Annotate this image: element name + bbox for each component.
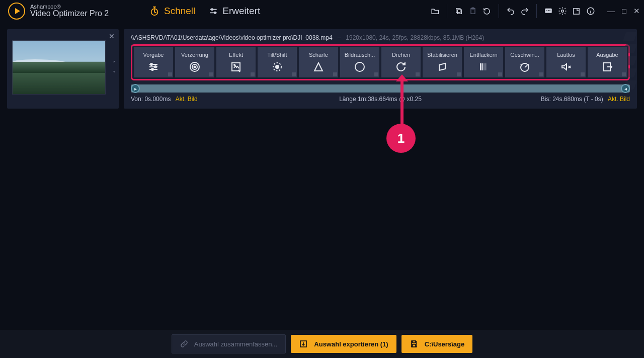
mode-fast-label: Schnell (164, 6, 195, 17)
maximize-button[interactable]: □ (622, 7, 626, 16)
length-label: Länge (339, 96, 356, 103)
effekt-icon (230, 61, 242, 73)
output-path-label: C:\Users\age (425, 340, 464, 348)
stabilisieren-icon (436, 61, 448, 73)
svg-rect-26 (482, 63, 483, 70)
thumbnail-close-icon[interactable]: ✕ (109, 32, 115, 40)
export-icon (299, 339, 308, 348)
svg-point-21 (234, 64, 235, 65)
merge-label: Auswahl zusammenfassen... (194, 340, 277, 348)
file-info-line: \\ASHSRVDATA01\Userdata\age\Videos\video… (131, 34, 630, 41)
timeline-handle-start[interactable]: ▸ (131, 84, 140, 93)
brand-big: Video Optimizer Pro 2 (30, 10, 109, 18)
tool-entflackern[interactable]: Entflackern (464, 47, 503, 77)
close-button[interactable]: ✕ (633, 7, 640, 16)
tool-tiltshift[interactable]: Tilt/Shift (258, 47, 297, 77)
from-label: Von: (131, 96, 143, 103)
mode-fast[interactable]: Schnell (149, 6, 195, 17)
svg-rect-4 (456, 9, 460, 13)
stopwatch-icon (149, 6, 160, 17)
tool-vorgabe[interactable]: Vorgabe (134, 47, 173, 77)
sliders-icon (208, 6, 218, 16)
export-selection-button[interactable]: Auswahl exportieren (1) (291, 335, 396, 353)
window-icon[interactable] (572, 7, 581, 16)
svg-rect-25 (480, 63, 481, 70)
tool-effekt[interactable]: Effekt (216, 47, 256, 77)
tool-stabilisieren[interactable]: Stabilisieren (423, 47, 462, 77)
settings-icon[interactable] (558, 7, 567, 16)
svg-point-2 (214, 12, 216, 14)
svg-rect-34 (413, 344, 416, 347)
paste-icon[interactable] (468, 7, 477, 16)
svg-point-14 (150, 63, 152, 65)
tool-bildrauschen[interactable]: Bildrausch... (340, 47, 379, 77)
tool-label: Entflackern (467, 52, 499, 58)
tool-verzerrung[interactable]: Verzerrung (175, 47, 214, 77)
window-controls: — □ ✕ (607, 7, 640, 16)
tool-label: Drehen (390, 52, 412, 58)
tiltshift-icon (271, 61, 283, 73)
merge-selection-button: Auswahl zusammenfassen... (172, 334, 286, 353)
svg-rect-29 (487, 63, 487, 70)
tool-label: Lautlos (555, 52, 577, 58)
titlebar-actions (424, 4, 602, 18)
vorgabe-icon (147, 61, 159, 73)
mode-tabs: Schnell Erweitert (149, 6, 260, 17)
svg-point-19 (194, 66, 196, 68)
svg-point-9 (548, 10, 549, 11)
mode-advanced[interactable]: Erweitert (208, 6, 260, 17)
from-current-frame[interactable]: Akt. Bild (176, 96, 198, 103)
verzerrung-icon (189, 61, 201, 73)
from-value: 0s.000ms (144, 96, 171, 103)
entflackern-icon (477, 61, 490, 73)
to-label: Bis: (541, 96, 551, 103)
svg-rect-12 (574, 8, 579, 14)
ausgabe-icon (601, 61, 613, 73)
minimize-button[interactable]: — (607, 7, 615, 16)
feedback-icon[interactable] (544, 7, 553, 16)
thumbnail-panel: ✕ ˄ ˅ (7, 29, 119, 109)
info-icon[interactable] (586, 7, 595, 16)
tool-strip: VorgabeVerzerrungEffektTilt/ShiftSchärfe… (131, 44, 630, 80)
svg-rect-33 (413, 341, 416, 343)
length-value: 1m:38s.664ms @ x0.25 (358, 96, 422, 103)
svg-rect-3 (457, 10, 461, 14)
app-logo: Ashampoo® Video Optimizer Pro 2 (8, 3, 139, 20)
tool-label: Ausgabe (594, 52, 620, 58)
svg-point-11 (561, 10, 564, 13)
tool-ausgabe[interactable]: Ausgabe (588, 47, 627, 77)
editor-panel: \\ASHSRVDATA01\Userdata\age\Videos\video… (124, 29, 637, 109)
geschwindigkeit-icon (519, 61, 531, 73)
lautlos-icon (560, 61, 572, 73)
tool-label: Tilt/Shift (265, 52, 289, 58)
tool-label: Effekt (227, 52, 245, 58)
file-meta: 1920x1080, 24s, 25fps, 28828kbps, 85.1MB… (346, 34, 484, 41)
annotation-badge: 1 (386, 124, 416, 153)
file-path: \\ASHSRVDATA01\Userdata\age\Videos\video… (131, 34, 333, 41)
tool-label: Geschwin... (508, 52, 541, 58)
refresh-icon[interactable] (482, 7, 492, 16)
timeline-track[interactable]: ▸ ◂ (131, 84, 630, 93)
tool-schaerfe[interactable]: Schärfe (299, 47, 338, 77)
export-label: Auswahl exportieren (1) (314, 340, 388, 348)
tool-lautlos[interactable]: Lautlos (546, 47, 586, 77)
video-thumbnail[interactable] (12, 40, 106, 95)
play-logo-icon (8, 3, 25, 20)
titlebar: Ashampoo® Video Optimizer Pro 2 Schnell … (0, 0, 644, 22)
to-value: 24s.680ms (T - 0s) (552, 96, 603, 103)
svg-rect-28 (485, 63, 486, 70)
output-path-button[interactable]: C:\Users\age (401, 335, 472, 353)
redo-icon[interactable] (520, 7, 529, 16)
copy-icon[interactable] (454, 7, 463, 16)
thumb-next-icon[interactable]: ˅ (113, 70, 116, 77)
svg-point-15 (154, 66, 156, 68)
svg-point-23 (276, 65, 279, 68)
folder-open-icon[interactable] (431, 7, 440, 16)
tool-geschwindigkeit[interactable]: Geschwin... (505, 47, 544, 77)
tool-label: Stabilisieren (425, 52, 459, 58)
undo-icon[interactable] (506, 7, 515, 16)
to-current-frame[interactable]: Akt. Bild (608, 96, 630, 103)
timeline-handle-end[interactable]: ◂ (621, 84, 630, 93)
tool-drehen[interactable]: Drehen (381, 47, 421, 77)
thumb-prev-icon[interactable]: ˄ (113, 60, 116, 67)
